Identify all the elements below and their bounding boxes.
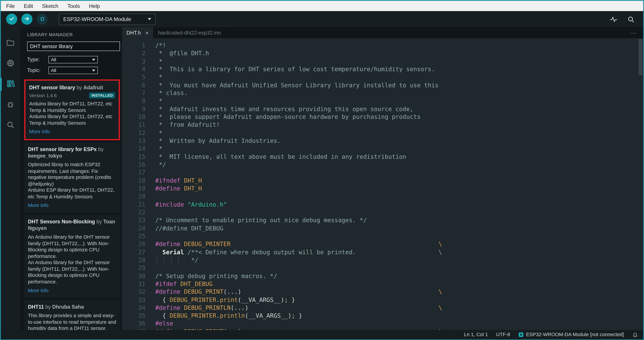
code-line[interactable]: 14 *: [122, 145, 643, 153]
library-description: Optimized libray to match ESP32 requirem…: [28, 161, 116, 200]
line-number: 30: [122, 272, 146, 280]
upload-button[interactable]: [21, 14, 32, 25]
library-description: An Arduino library for the DHT sensor fa…: [28, 234, 116, 285]
status-bar-right: Ln 1, Col 1 UTF-8 ESP32-WROOM-DA Module …: [464, 331, 643, 338]
library-item[interactable]: DHT Sensors Non-Blocking by Toan NguyenA…: [24, 215, 120, 298]
code-line[interactable]: 22: [122, 209, 643, 217]
library-search-input[interactable]: [27, 42, 120, 51]
code-line[interactable]: 37#define DEBUG_PRINT(...) \: [122, 328, 643, 329]
sidebar-item-boards-manager[interactable]: [1, 54, 20, 74]
more-info-link[interactable]: More info: [29, 129, 50, 134]
topic-filter-select[interactable]: All: [48, 67, 98, 74]
tab-DHT.h[interactable]: DHT.h×: [122, 27, 154, 38]
type-label: Type:: [27, 57, 48, 62]
code-line[interactable]: 24//#define DHT_DEBUG: [122, 224, 643, 232]
code-line[interactable]: 33 { DEBUG_PRINTER.print(__VA_ARGS__); }: [122, 296, 643, 304]
code-lines: 1/*!2 * @file DHT.h3 *4 * This is a libr…: [122, 42, 643, 330]
code-line[interactable]: 1/*!: [122, 42, 643, 50]
library-item[interactable]: DHT sensor library for ESPx by beegee_to…: [24, 142, 120, 213]
sidebar-item-search[interactable]: [1, 115, 20, 136]
code-line[interactable]: 18#ifndef DHT_H: [122, 177, 643, 185]
code-text: { DEBUG_PRINTER.println(__VA_ARGS__); }: [155, 312, 302, 320]
sidebar-item-library-manager[interactable]: [1, 74, 20, 95]
notifications-bell-icon[interactable]: [632, 331, 638, 338]
code-line[interactable]: 26#define DEBUG_PRINTER \: [122, 240, 643, 248]
folder-icon: [6, 38, 15, 49]
serial-monitor-icon[interactable]: [627, 15, 635, 23]
code-line[interactable]: 27 Serial /**< Define where debug output…: [122, 248, 643, 256]
code-line[interactable]: 25: [122, 232, 643, 240]
code-line[interactable]: 21#include "Arduino.h": [122, 201, 643, 208]
code-line[interactable]: 10 * please support Adafruit andopen-sou…: [122, 113, 643, 121]
chevron-down-icon: [92, 59, 95, 61]
code-line[interactable]: 20: [122, 193, 643, 201]
code-editor[interactable]: 1/*!2 * @file DHT.h3 *4 * This is a libr…: [122, 38, 643, 330]
code-line[interactable]: 11 * from Adafruit!: [122, 121, 643, 129]
code-line[interactable]: 2 * @file DHT.h: [122, 50, 643, 57]
menu-sketch[interactable]: Sketch: [38, 1, 63, 11]
code-text: * Adafruit invests time and resources pr…: [155, 105, 414, 113]
menu-help[interactable]: Help: [84, 1, 104, 11]
code-text: *: [155, 73, 162, 81]
code-line[interactable]: 30/* Setup debug printing macros. */: [122, 272, 643, 280]
code-text: #ifdef DHT_DEBUG: [155, 280, 212, 288]
code-line[interactable]: 13 * Written by Adafruit Industries.: [122, 137, 643, 145]
code-line[interactable]: 15 * MIT license, all text above must be…: [122, 153, 643, 161]
code-line[interactable]: 29: [122, 264, 643, 272]
library-item[interactable]: DHT sensor library by AdafruitVersion 1.…: [24, 79, 120, 140]
library-version: Version 1.4.6: [29, 93, 57, 98]
code-line[interactable]: 6 * You must have Adafruit Unified Senso…: [122, 81, 643, 89]
menu-file[interactable]: File: [2, 1, 19, 11]
code-text: #define DEBUG_PRINTLN(...) \: [155, 304, 442, 312]
code-line[interactable]: 17: [122, 169, 643, 177]
code-line[interactable]: 9 * Adafruit invests time and resources …: [122, 105, 643, 113]
code-line[interactable]: 7 * class.: [122, 89, 643, 97]
code-line[interactable]: 31#ifdef DHT_DEBUG: [122, 280, 643, 288]
more-actions-icon[interactable]: ···: [630, 29, 643, 36]
verify-button[interactable]: [6, 14, 17, 25]
code-text: * from Adafruit!: [155, 121, 220, 129]
code-text: * You must have Adafruit Unified Sensor …: [155, 81, 438, 89]
line-number: 14: [122, 145, 146, 153]
line-number: 17: [122, 169, 146, 177]
code-line[interactable]: 3 *: [122, 57, 643, 65]
line-number: 31: [122, 280, 146, 288]
code-line[interactable]: 8 *: [122, 97, 643, 105]
code-line[interactable]: 36#else: [122, 320, 643, 328]
code-line[interactable]: 12 *: [122, 129, 643, 137]
panel-title: LIBRARY MANAGER: [27, 32, 122, 37]
sidebar-item-debug[interactable]: [1, 95, 20, 115]
more-info-link[interactable]: More info: [28, 202, 48, 208]
statusbar-board-label: ESP32-WROOM-DA Module [not connected]: [526, 331, 624, 337]
statusbar-board[interactable]: ESP32-WROOM-DA Module [not connected]: [518, 331, 624, 337]
chevron-down-icon: [92, 69, 95, 71]
serial-plotter-icon[interactable]: [610, 15, 618, 23]
library-item[interactable]: DHT11 by Dhruba SahaThis library provide…: [24, 300, 120, 330]
code-line[interactable]: 4 * This is a library for DHT series of …: [122, 65, 643, 73]
code-line[interactable]: 19#define DHT_H: [122, 185, 643, 193]
tab-label: DHT.h: [126, 30, 141, 36]
code-line[interactable]: 16 */: [122, 161, 643, 169]
line-number: 23: [122, 217, 146, 224]
editor-scrollbar[interactable]: [639, 39, 642, 75]
menu-edit[interactable]: Edit: [19, 1, 38, 11]
start-debugging-button[interactable]: [36, 14, 48, 25]
board-icon: [6, 58, 15, 69]
library-icon: [6, 79, 15, 90]
code-line[interactable]: 23/* Uncomment to enable printing out ni…: [122, 217, 643, 224]
code-line[interactable]: 34#define DEBUG_PRINTLN(...) \: [122, 304, 643, 312]
code-line[interactable]: 32#define DEBUG_PRINT(...) \: [122, 288, 643, 296]
close-tab-icon[interactable]: ×: [145, 30, 148, 36]
sidebar-item-sketchbook[interactable]: [1, 33, 20, 54]
debug-icon: [6, 99, 15, 110]
code-line[interactable]: 5 *: [122, 73, 643, 81]
type-filter-select[interactable]: All: [48, 56, 98, 63]
code-line[interactable]: 35 { DEBUG_PRINTER.println(__VA_ARGS__);…: [122, 312, 643, 320]
line-number: 35: [122, 312, 146, 320]
board-selector-dropdown[interactable]: ESP32-WROOM-DA Module: [59, 14, 156, 25]
tab-hardcoded-dht22-esp32.ino[interactable]: hardcoded-dht22-esp32.ino: [154, 27, 226, 38]
code-text: * Written by Adafruit Industries.: [155, 137, 281, 145]
menu-tools[interactable]: Tools: [63, 1, 84, 11]
more-info-link[interactable]: More info: [28, 288, 48, 293]
code-line[interactable]: 28│ │ │ │ */: [122, 256, 643, 264]
